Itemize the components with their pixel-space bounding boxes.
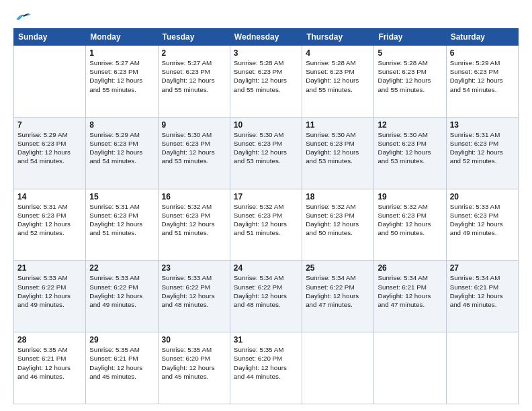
day-info: Sunrise: 5:32 AM Sunset: 6:23 PM Dayligh… <box>162 202 226 238</box>
day-number: 5 <box>378 48 442 58</box>
calendar-cell: 29Sunrise: 5:35 AM Sunset: 6:21 PM Dayli… <box>86 332 158 404</box>
day-info: Sunrise: 5:33 AM Sunset: 6:22 PM Dayligh… <box>17 273 82 309</box>
day-info: Sunrise: 5:32 AM Sunset: 6:23 PM Dayligh… <box>378 202 442 238</box>
calendar-header-thursday: Thursday <box>302 29 374 46</box>
day-info: Sunrise: 5:28 AM Sunset: 6:23 PM Dayligh… <box>306 58 370 94</box>
calendar-header-saturday: Saturday <box>446 29 518 46</box>
calendar-cell: 8Sunrise: 5:29 AM Sunset: 6:23 PM Daylig… <box>86 117 158 189</box>
day-number: 8 <box>89 120 154 130</box>
calendar-cell: 14Sunrise: 5:31 AM Sunset: 6:23 PM Dayli… <box>14 189 86 261</box>
day-info: Sunrise: 5:28 AM Sunset: 6:23 PM Dayligh… <box>234 58 298 94</box>
day-number: 28 <box>17 335 82 345</box>
day-number: 4 <box>306 48 370 58</box>
calendar-cell: 12Sunrise: 5:30 AM Sunset: 6:23 PM Dayli… <box>374 117 446 189</box>
day-number: 19 <box>378 192 442 201</box>
day-number: 31 <box>234 335 298 345</box>
day-number: 6 <box>450 48 515 58</box>
calendar-cell: 27Sunrise: 5:34 AM Sunset: 6:21 PM Dayli… <box>446 261 518 332</box>
day-info: Sunrise: 5:35 AM Sunset: 6:20 PM Dayligh… <box>234 345 298 381</box>
calendar-week-3: 14Sunrise: 5:31 AM Sunset: 6:23 PM Dayli… <box>14 189 519 261</box>
day-number: 16 <box>162 192 226 201</box>
day-number: 12 <box>378 120 442 130</box>
day-number: 29 <box>89 335 154 345</box>
calendar-cell: 16Sunrise: 5:32 AM Sunset: 6:23 PM Dayli… <box>158 189 230 261</box>
day-info: Sunrise: 5:33 AM Sunset: 6:23 PM Dayligh… <box>450 202 515 238</box>
calendar-week-5: 28Sunrise: 5:35 AM Sunset: 6:21 PM Dayli… <box>14 332 519 404</box>
calendar-week-4: 21Sunrise: 5:33 AM Sunset: 6:22 PM Dayli… <box>14 261 519 332</box>
day-number: 22 <box>89 263 154 273</box>
day-info: Sunrise: 5:29 AM Sunset: 6:23 PM Dayligh… <box>17 130 82 166</box>
calendar-cell: 24Sunrise: 5:34 AM Sunset: 6:22 PM Dayli… <box>230 261 302 332</box>
calendar-cell: 6Sunrise: 5:29 AM Sunset: 6:23 PM Daylig… <box>446 46 518 118</box>
day-number: 18 <box>306 192 370 201</box>
day-number: 26 <box>378 263 442 273</box>
day-info: Sunrise: 5:35 AM Sunset: 6:21 PM Dayligh… <box>17 345 82 381</box>
day-number: 9 <box>162 120 226 130</box>
calendar-header-friday: Friday <box>374 29 446 46</box>
logo <box>13 11 35 23</box>
day-info: Sunrise: 5:32 AM Sunset: 6:23 PM Dayligh… <box>234 202 298 238</box>
calendar-cell: 31Sunrise: 5:35 AM Sunset: 6:20 PM Dayli… <box>230 332 302 404</box>
calendar-header-monday: Monday <box>86 29 158 46</box>
day-number: 25 <box>306 263 370 273</box>
calendar-week-1: 1Sunrise: 5:27 AM Sunset: 6:23 PM Daylig… <box>14 46 519 118</box>
day-info: Sunrise: 5:29 AM Sunset: 6:23 PM Dayligh… <box>450 58 515 94</box>
calendar-cell: 17Sunrise: 5:32 AM Sunset: 6:23 PM Dayli… <box>230 189 302 261</box>
calendar-table: SundayMondayTuesdayWednesdayThursdayFrid… <box>13 28 519 404</box>
calendar-cell: 3Sunrise: 5:28 AM Sunset: 6:23 PM Daylig… <box>230 46 302 118</box>
day-number: 13 <box>450 120 515 130</box>
day-info: Sunrise: 5:30 AM Sunset: 6:23 PM Dayligh… <box>162 130 226 166</box>
day-number: 30 <box>162 335 226 345</box>
calendar-header-row: SundayMondayTuesdayWednesdayThursdayFrid… <box>14 29 519 46</box>
calendar-cell <box>374 332 446 404</box>
calendar-cell <box>446 332 518 404</box>
logo-icon <box>13 11 32 23</box>
calendar-header-sunday: Sunday <box>14 29 86 46</box>
calendar-cell <box>302 332 374 404</box>
calendar-header-wednesday: Wednesday <box>230 29 302 46</box>
header <box>13 11 519 23</box>
calendar-cell: 10Sunrise: 5:30 AM Sunset: 6:23 PM Dayli… <box>230 117 302 189</box>
calendar-cell: 18Sunrise: 5:32 AM Sunset: 6:23 PM Dayli… <box>302 189 374 261</box>
day-info: Sunrise: 5:27 AM Sunset: 6:23 PM Dayligh… <box>162 58 226 94</box>
day-number: 2 <box>162 48 226 58</box>
day-number: 1 <box>89 48 154 58</box>
calendar-cell: 1Sunrise: 5:27 AM Sunset: 6:23 PM Daylig… <box>86 46 158 118</box>
day-number: 10 <box>234 120 298 130</box>
day-number: 11 <box>306 120 370 130</box>
day-info: Sunrise: 5:34 AM Sunset: 6:22 PM Dayligh… <box>306 273 370 309</box>
day-number: 7 <box>17 120 82 130</box>
calendar-cell: 11Sunrise: 5:30 AM Sunset: 6:23 PM Dayli… <box>302 117 374 189</box>
calendar-cell: 21Sunrise: 5:33 AM Sunset: 6:22 PM Dayli… <box>14 261 86 332</box>
day-number: 15 <box>89 192 154 201</box>
calendar-cell: 28Sunrise: 5:35 AM Sunset: 6:21 PM Dayli… <box>14 332 86 404</box>
day-number: 21 <box>17 263 82 273</box>
day-info: Sunrise: 5:35 AM Sunset: 6:21 PM Dayligh… <box>89 345 154 381</box>
day-info: Sunrise: 5:28 AM Sunset: 6:23 PM Dayligh… <box>378 58 442 94</box>
day-number: 20 <box>450 192 515 201</box>
day-info: Sunrise: 5:35 AM Sunset: 6:20 PM Dayligh… <box>162 345 226 381</box>
calendar-cell <box>14 46 86 118</box>
calendar-cell: 2Sunrise: 5:27 AM Sunset: 6:23 PM Daylig… <box>158 46 230 118</box>
day-number: 24 <box>234 263 298 273</box>
calendar-cell: 25Sunrise: 5:34 AM Sunset: 6:22 PM Dayli… <box>302 261 374 332</box>
calendar-header-tuesday: Tuesday <box>158 29 230 46</box>
day-info: Sunrise: 5:33 AM Sunset: 6:22 PM Dayligh… <box>89 273 154 309</box>
calendar-cell: 13Sunrise: 5:31 AM Sunset: 6:23 PM Dayli… <box>446 117 518 189</box>
page: SundayMondayTuesdayWednesdayThursdayFrid… <box>0 0 532 411</box>
calendar-cell: 4Sunrise: 5:28 AM Sunset: 6:23 PM Daylig… <box>302 46 374 118</box>
day-info: Sunrise: 5:34 AM Sunset: 6:21 PM Dayligh… <box>450 273 515 309</box>
day-info: Sunrise: 5:34 AM Sunset: 6:21 PM Dayligh… <box>378 273 442 309</box>
day-info: Sunrise: 5:31 AM Sunset: 6:23 PM Dayligh… <box>450 130 515 166</box>
day-info: Sunrise: 5:29 AM Sunset: 6:23 PM Dayligh… <box>89 130 154 166</box>
day-number: 27 <box>450 263 515 273</box>
calendar-cell: 9Sunrise: 5:30 AM Sunset: 6:23 PM Daylig… <box>158 117 230 189</box>
day-number: 23 <box>162 263 226 273</box>
calendar-cell: 22Sunrise: 5:33 AM Sunset: 6:22 PM Dayli… <box>86 261 158 332</box>
day-info: Sunrise: 5:33 AM Sunset: 6:22 PM Dayligh… <box>162 273 226 309</box>
calendar-cell: 5Sunrise: 5:28 AM Sunset: 6:23 PM Daylig… <box>374 46 446 118</box>
calendar-cell: 26Sunrise: 5:34 AM Sunset: 6:21 PM Dayli… <box>374 261 446 332</box>
calendar-cell: 19Sunrise: 5:32 AM Sunset: 6:23 PM Dayli… <box>374 189 446 261</box>
day-info: Sunrise: 5:30 AM Sunset: 6:23 PM Dayligh… <box>234 130 298 166</box>
day-info: Sunrise: 5:32 AM Sunset: 6:23 PM Dayligh… <box>306 202 370 238</box>
